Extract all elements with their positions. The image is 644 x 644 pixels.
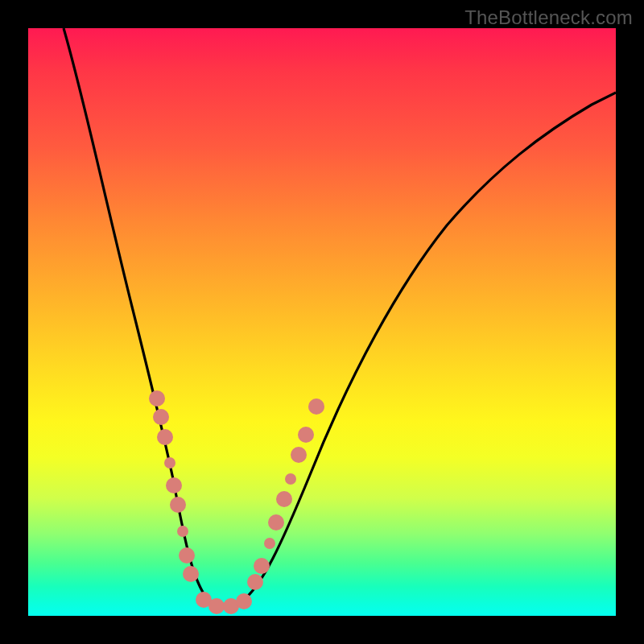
- marker-dot: [183, 566, 199, 582]
- marker-dot: [268, 514, 284, 530]
- marker-dot: [179, 547, 195, 564]
- bottleneck-curve-svg: [28, 28, 616, 616]
- marker-dot: [298, 427, 314, 443]
- marker-dot: [170, 497, 186, 513]
- marker-dot: [166, 477, 182, 493]
- marker-dot: [153, 409, 169, 425]
- marker-dot: [208, 598, 225, 614]
- marker-dot: [157, 429, 173, 445]
- marker-dot: [276, 491, 292, 507]
- watermark-text: TheBottleneck.com: [464, 6, 633, 29]
- marker-dot: [149, 390, 165, 407]
- marker-dot: [254, 558, 270, 574]
- bottleneck-curve-path: [64, 28, 616, 608]
- marker-dot: [285, 473, 296, 485]
- marker-dot: [177, 526, 188, 537]
- marker-dot: [264, 538, 275, 549]
- marker-dot: [308, 398, 324, 415]
- chart-plot-area: [28, 28, 616, 616]
- marker-dot: [236, 593, 252, 609]
- marker-dot: [247, 574, 263, 590]
- marker-dot: [164, 457, 175, 469]
- marker-dot: [291, 447, 307, 463]
